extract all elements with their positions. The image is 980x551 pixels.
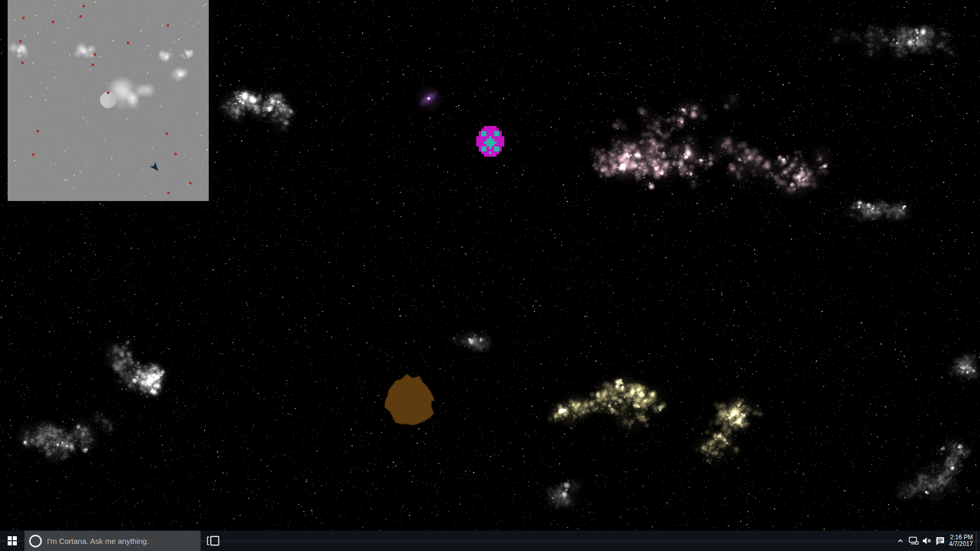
taskbar-clock[interactable]: 2:16 PM 4/7/2017 (949, 534, 973, 547)
action-center-button[interactable] (934, 531, 947, 551)
tray-chevron-button[interactable] (894, 531, 907, 551)
cortana-icon (29, 535, 42, 547)
windows-logo-icon (8, 536, 17, 545)
network-icon (909, 536, 919, 546)
network-tray-button[interactable] (907, 531, 920, 551)
minimap[interactable] (8, 0, 209, 201)
cortana-placeholder: I'm Cortana. Ask me anything. (47, 537, 149, 545)
start-button[interactable] (0, 531, 24, 551)
cortana-search-box[interactable]: I'm Cortana. Ask me anything. (24, 531, 201, 551)
system-tray: 2:16 PM 4/7/2017 (894, 531, 980, 551)
task-view-button[interactable] (201, 531, 225, 551)
desktop: I'm Cortana. Ask me anything. e (0, 0, 980, 551)
clock-date: 4/7/2017 (949, 541, 973, 547)
action-center-icon (935, 536, 945, 546)
volume-muted-icon (922, 536, 932, 545)
volume-tray-button[interactable] (920, 531, 934, 551)
task-view-icon (206, 535, 220, 546)
chevron-up-icon (897, 537, 904, 544)
taskbar: I'm Cortana. Ask me anything. e (0, 531, 980, 551)
show-desktop-button[interactable] (976, 531, 980, 551)
